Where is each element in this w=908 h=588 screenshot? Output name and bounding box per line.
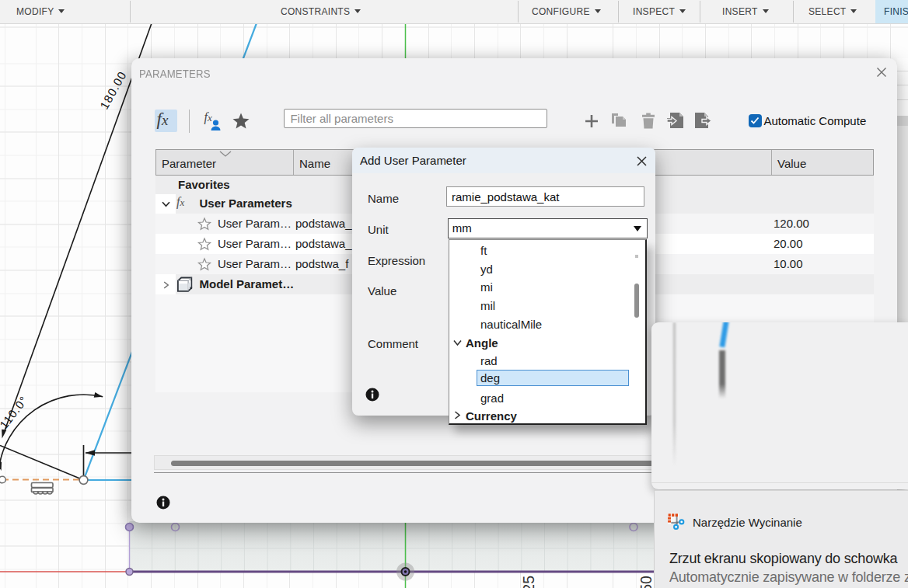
svg-text:50: 50 xyxy=(637,576,655,588)
svg-text:180.00: 180.00 xyxy=(97,68,129,111)
svg-text:25: 25 xyxy=(520,576,537,588)
svg-text:110.0°: 110.0° xyxy=(0,393,30,431)
